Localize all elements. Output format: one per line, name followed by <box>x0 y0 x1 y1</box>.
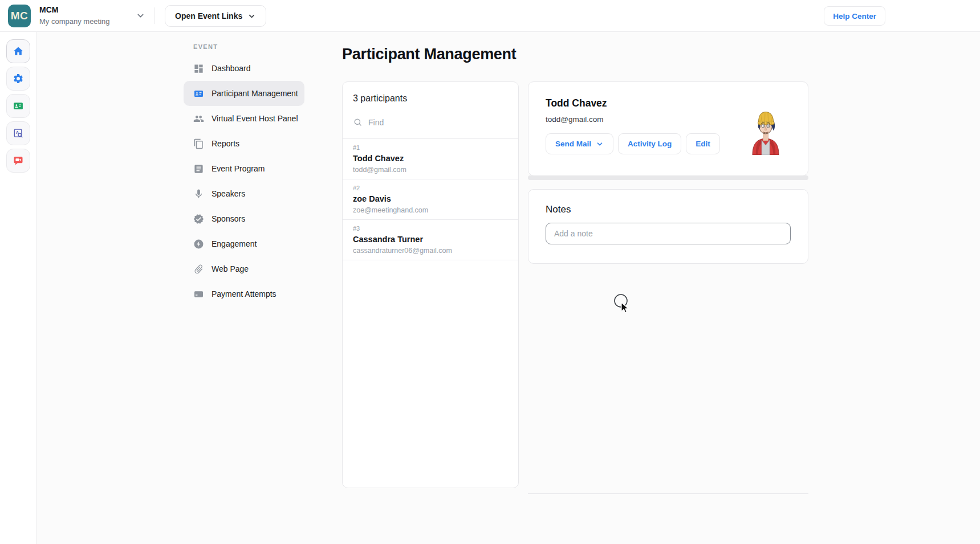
edit-label: Edit <box>696 140 710 148</box>
rail-surveys-button[interactable]: A <box>6 121 30 145</box>
people-icon <box>193 113 204 124</box>
notes-title: Notes <box>546 204 791 215</box>
event-name: My company meeting <box>39 17 110 26</box>
activity-log-button[interactable]: Activity Log <box>618 133 681 154</box>
panel-divider <box>528 493 808 494</box>
participant-email: zoe@meetinghand.com <box>353 206 508 214</box>
mouse-cursor <box>610 290 637 318</box>
search-icon <box>353 117 363 127</box>
horizontal-scrollbar[interactable] <box>528 175 808 180</box>
loading-spinner <box>615 295 627 307</box>
org-name: MCM <box>39 5 110 14</box>
participants-panel-header: 3 participants <box>343 82 518 139</box>
participant-count: 3 participants <box>353 93 508 104</box>
paperclip-icon <box>193 264 204 275</box>
participant-row[interactable]: #2 zoe Davis zoe@meetinghand.com <box>343 179 518 220</box>
org-logo-initials: MC <box>11 10 29 22</box>
document-search-icon: A <box>13 128 24 139</box>
event-menu: EVENT Dashboard Participant Management V… <box>184 43 304 306</box>
pages-icon <box>193 138 204 149</box>
verified-badge-icon <box>193 214 204 224</box>
sidebar-item-label: Virtual Event Host Panel <box>212 114 298 123</box>
sidebar-item-label: Web Page <box>212 264 249 273</box>
chevron-down-icon <box>596 140 604 148</box>
participant-search <box>353 117 508 138</box>
sidebar-item-virtual-event-host-panel[interactable]: Virtual Event Host Panel <box>184 106 304 131</box>
sidebar-item-reports[interactable]: Reports <box>184 131 304 156</box>
sidebar-item-dashboard[interactable]: Dashboard <box>184 56 304 81</box>
open-event-links-button[interactable]: Open Event Links <box>165 5 266 27</box>
sidebar-item-web-page[interactable]: Web Page <box>184 256 304 281</box>
sidebar-item-label: Event Program <box>212 164 265 173</box>
participant-index: #2 <box>353 185 508 191</box>
participants-panel: 3 participants #1 Todd Chavez todd@gmail… <box>342 81 519 488</box>
add-note-input[interactable] <box>546 223 791 244</box>
send-mail-label: Send Mail <box>555 140 591 148</box>
sidebar-item-label: Dashboard <box>212 64 251 73</box>
topbar-divider <box>154 7 154 24</box>
participant-email: cassandraturner06@gmail.com <box>353 247 508 255</box>
id-card-icon <box>193 88 204 99</box>
sidebar-item-engagement[interactable]: Engagement <box>184 231 304 256</box>
home-icon <box>13 46 24 57</box>
participant-index: #1 <box>353 144 508 151</box>
activity-log-label: Activity Log <box>628 140 672 148</box>
document-lines-icon <box>193 163 204 174</box>
open-event-links-label: Open Event Links <box>175 11 242 21</box>
edit-button[interactable]: Edit <box>686 133 720 154</box>
participant-detail-panel: Todd Chavez todd@gmail.com Send Mail Act… <box>528 81 808 176</box>
dashboard-icon <box>193 63 204 74</box>
sidebar-item-label: Reports <box>212 139 239 148</box>
participant-email: todd@gmail.com <box>353 166 508 174</box>
rail-home-button[interactable] <box>6 39 30 63</box>
id-card-icon <box>13 100 24 112</box>
chevron-down-icon[interactable] <box>136 11 145 21</box>
rail-participants-button[interactable] <box>6 94 30 118</box>
rail-video-button[interactable] <box>6 149 30 173</box>
credit-card-icon <box>193 289 204 300</box>
sidebar-item-label: Participant Management <box>212 89 298 98</box>
sidebar-item-label: Engagement <box>212 239 257 248</box>
help-center-label: Help Center <box>833 12 876 21</box>
participant-name: Cassandra Turner <box>353 235 508 244</box>
page-title: Participant Management <box>342 46 516 63</box>
lightning-icon <box>193 239 204 249</box>
sidebar-item-label: Sponsors <box>212 214 245 223</box>
participant-name: zoe Davis <box>353 194 508 203</box>
org-switcher[interactable]: MCM My company meeting <box>39 5 110 26</box>
chevron-down-icon <box>247 12 256 21</box>
sidebar-item-label: Payment Attempts <box>212 289 276 298</box>
sidebar-item-payment-attempts[interactable]: Payment Attempts <box>184 281 304 306</box>
icon-rail: A <box>0 32 36 544</box>
microphone-icon <box>193 189 204 199</box>
notes-panel: Notes <box>528 189 808 264</box>
org-logo: MC <box>8 5 31 27</box>
search-input[interactable] <box>368 118 494 127</box>
sidebar-item-sponsors[interactable]: Sponsors <box>184 206 304 231</box>
rail-settings-button[interactable] <box>6 67 30 91</box>
help-center-button[interactable]: Help Center <box>824 6 885 26</box>
sidebar-item-participant-management[interactable]: Participant Management <box>184 81 304 106</box>
sidebar-item-event-program[interactable]: Event Program <box>184 156 304 181</box>
top-bar: MC MCM My company meeting Open Event Lin… <box>0 0 980 32</box>
participant-index: #3 <box>353 225 508 232</box>
avatar <box>748 107 783 155</box>
participant-row[interactable]: #3 Cassandra Turner cassandraturner06@gm… <box>343 220 518 260</box>
participant-name: Todd Chavez <box>353 154 508 163</box>
sidebar-item-speakers[interactable]: Speakers <box>184 181 304 206</box>
send-mail-button[interactable]: Send Mail <box>546 133 613 154</box>
event-menu-header: EVENT <box>193 43 304 50</box>
participant-row[interactable]: #1 Todd Chavez todd@gmail.com <box>343 139 518 179</box>
video-chat-icon <box>13 155 24 166</box>
cursor-arrow-icon <box>621 302 628 313</box>
sidebar-item-label: Speakers <box>212 189 245 198</box>
gear-icon <box>13 73 24 84</box>
